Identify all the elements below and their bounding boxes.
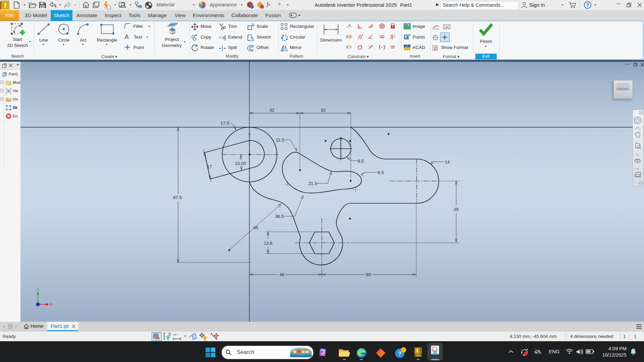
svg-text:PRO: PRO <box>416 354 421 357</box>
svg-text:?: ? <box>586 2 589 8</box>
svg-text:6.5: 6.5 <box>358 159 364 164</box>
svg-text:?: ? <box>398 351 401 357</box>
svg-text:13.6: 13.6 <box>264 241 272 246</box>
svg-text:32: 32 <box>321 108 326 113</box>
svg-text:A: A <box>249 132 251 135</box>
svg-text:I: I <box>4 2 6 9</box>
svg-text:36.5: 36.5 <box>275 214 284 219</box>
svg-text:32: 32 <box>269 108 274 113</box>
svg-text:6.5: 6.5 <box>378 170 384 175</box>
svg-text:15.00: 15.00 <box>235 161 246 166</box>
svg-text:17.5: 17.5 <box>220 121 229 126</box>
svg-text:Y: Y <box>37 288 39 292</box>
svg-text:+/−: +/− <box>173 333 178 337</box>
svg-text:X: X <box>446 25 448 29</box>
svg-text:11.5: 11.5 <box>276 137 284 142</box>
svg-text:39: 39 <box>453 207 459 212</box>
svg-text:I: I <box>416 348 418 353</box>
svg-text:87.5: 87.5 <box>173 195 182 200</box>
svg-text:21.5: 21.5 <box>308 181 317 186</box>
svg-text:17: 17 <box>207 164 212 169</box>
svg-text:45: 45 <box>253 225 258 230</box>
svg-text:X: X <box>50 303 52 306</box>
svg-text:60: 60 <box>366 272 371 277</box>
svg-text:14: 14 <box>445 160 450 165</box>
svg-text:46: 46 <box>279 272 284 277</box>
